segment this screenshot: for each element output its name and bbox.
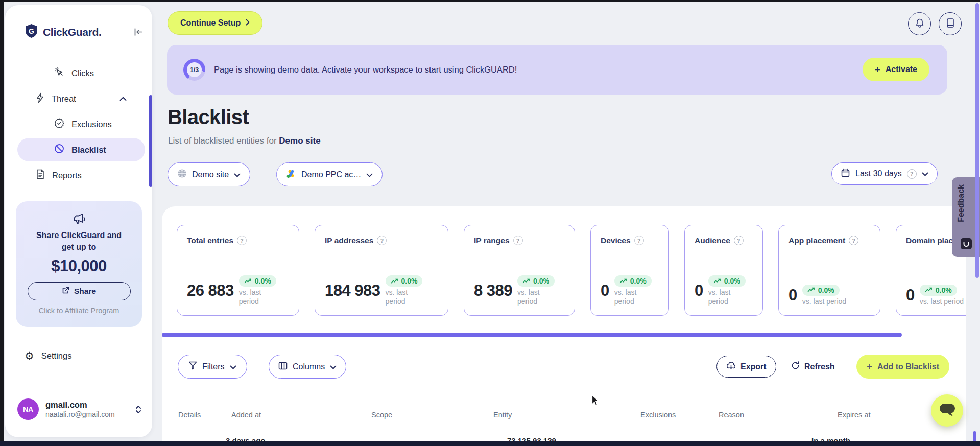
help-icon[interactable]: ? (734, 236, 744, 245)
help-icon[interactable]: ? (513, 236, 523, 245)
app-window: G ClickGuard. Clicks Threat (0, 0, 980, 446)
logo-text: ClickGuard. (43, 26, 102, 38)
sidebar-scrollbar[interactable] (149, 95, 152, 187)
chevron-up-icon[interactable] (119, 97, 127, 101)
help-icon[interactable]: ? (237, 236, 247, 245)
trend-up-icon (391, 278, 398, 284)
sidebar-item-clicks[interactable]: Clicks (5, 60, 152, 86)
continue-setup-button[interactable]: Continue Setup (168, 11, 262, 35)
sidebar-item-settings[interactable]: ⚙ Settings (25, 350, 71, 361)
trend-up-icon (619, 278, 627, 284)
calendar-icon (841, 168, 850, 180)
add-to-blacklist-button[interactable]: + Add to Blacklist (856, 355, 949, 379)
book-icon (946, 18, 955, 30)
vs-last-period-label: vs. last period (802, 297, 846, 307)
column-header-entity[interactable]: Entity (493, 411, 512, 419)
sidebar-item-label: Reports (52, 171, 82, 180)
stat-card-audience: Audience? 0 0.0% vs. last period (684, 225, 763, 316)
sidebar-item-blacklist[interactable]: Blacklist (17, 138, 145, 161)
sidebar-collapse-icon[interactable] (132, 26, 144, 38)
table-divider (162, 430, 966, 430)
lightning-icon (36, 92, 44, 105)
column-header-reason[interactable]: Reason (719, 411, 744, 419)
site-selector[interactable]: Demo site (168, 162, 250, 186)
promo-footer: Click to Affiliate Program (16, 307, 142, 315)
vs-last-period-label: vs. last period (614, 288, 646, 306)
trend-up-icon (925, 287, 933, 293)
stat-value: 0 (788, 286, 797, 304)
sidebar-item-reports[interactable]: Reports (5, 162, 152, 188)
column-header-expires-at[interactable]: Expires at (838, 411, 870, 419)
date-range-selector[interactable]: Last 30 days ? (831, 162, 938, 185)
delta-badge: 0.0% (386, 275, 423, 287)
sidebar-item-label: Clicks (71, 68, 94, 78)
trend-up-icon (807, 287, 815, 293)
subtitle-site-name: Demo site (279, 136, 320, 146)
column-header-scope[interactable]: Scope (371, 411, 392, 419)
chevron-down-icon (922, 169, 928, 178)
refresh-button[interactable]: Refresh (788, 356, 838, 378)
plus-icon: + (875, 65, 880, 75)
document-icon (36, 169, 45, 181)
sidebar-item-exclusions[interactable]: Exclusions (5, 111, 152, 137)
vs-last-period-label: vs. last period (386, 288, 417, 306)
export-button[interactable]: Export (716, 356, 776, 378)
user-email: naatali.ro@gmail.com (45, 410, 115, 418)
vs-last-period-label: vs. last period (920, 297, 964, 307)
stat-card-ip-addresses: IP addresses? 184 983 0.0% vs. last peri… (315, 225, 448, 316)
feedback-widget-icon (961, 238, 972, 251)
vs-last-period-label: vs. last period (239, 288, 271, 306)
trend-up-icon (244, 278, 252, 284)
help-icon[interactable]: ? (377, 236, 387, 245)
stat-value: 0 (601, 281, 609, 300)
chevron-down-icon (230, 362, 236, 371)
affiliate-promo-card[interactable]: Share ClickGuard and get up to $10,000 S… (16, 201, 142, 327)
plus-icon: + (867, 362, 872, 371)
page-subtitle: List of blacklisted entities for Demo si… (168, 136, 321, 146)
sidebar-item-label: Blacklist (71, 145, 106, 155)
stat-card-app-placement: App placement? 0 0.0% vs. last period (778, 225, 880, 316)
stat-value: 26 883 (187, 281, 234, 300)
stats-cards-row: Total entries? 26 883 0.0% vs. last peri… (177, 225, 966, 316)
column-header-added-at[interactable]: Added at (231, 411, 261, 419)
stat-value: 8 389 (474, 281, 512, 300)
columns-icon (278, 362, 288, 372)
column-header-details[interactable]: Details (178, 411, 201, 419)
sidebar-nav: Clicks Threat Exclusions (5, 60, 152, 188)
help-icon[interactable]: ? (634, 236, 644, 245)
trend-up-icon (713, 278, 721, 284)
vs-last-period-label: vs. last period (708, 288, 740, 306)
knowledge-base-button[interactable] (939, 12, 962, 35)
cards-horizontal-scrollbar[interactable] (162, 333, 902, 337)
activate-button[interactable]: + Activate (863, 58, 929, 81)
window-edge-top (0, 0, 980, 2)
filters-button[interactable]: Filters (178, 355, 247, 379)
clickguard-shield-icon: G (25, 24, 38, 41)
stat-value: 0 (695, 281, 703, 300)
page-vertical-scrollbar[interactable] (975, 3, 979, 278)
help-icon[interactable]: ? (849, 236, 858, 245)
external-link-icon (62, 286, 70, 296)
refresh-icon (791, 361, 800, 372)
page-title: Blacklist (168, 106, 249, 129)
badge-check-icon (54, 118, 64, 130)
ppc-account-selector[interactable]: Demo PPC ac… (276, 162, 383, 186)
vs-last-period-label: vs. last period (517, 288, 549, 306)
sidebar-item-label: Exclusions (71, 120, 112, 129)
columns-button[interactable]: Columns (269, 355, 346, 379)
bell-icon (915, 18, 925, 30)
feedback-label: Feedback (957, 184, 966, 222)
stat-value: 184 983 (325, 281, 380, 300)
sidebar-divider (17, 375, 140, 375)
sidebar-item-threat[interactable]: Threat (5, 86, 152, 111)
share-button[interactable]: Share (28, 282, 131, 300)
notifications-button[interactable] (908, 12, 931, 35)
chat-launcher-button[interactable] (931, 394, 963, 427)
promo-text: Share ClickGuard and get up to (16, 229, 142, 253)
cursor-click-icon (54, 67, 64, 79)
megaphone-icon (16, 213, 142, 228)
window-edge-bottom (0, 441, 980, 446)
column-header-exclusions[interactable]: Exclusions (640, 411, 676, 419)
blacklist-panel: Total entries? 26 883 0.0% vs. last peri… (162, 206, 966, 446)
workspace-switcher[interactable]: NA gmail.com naatali.ro@gmail.com (17, 398, 142, 420)
